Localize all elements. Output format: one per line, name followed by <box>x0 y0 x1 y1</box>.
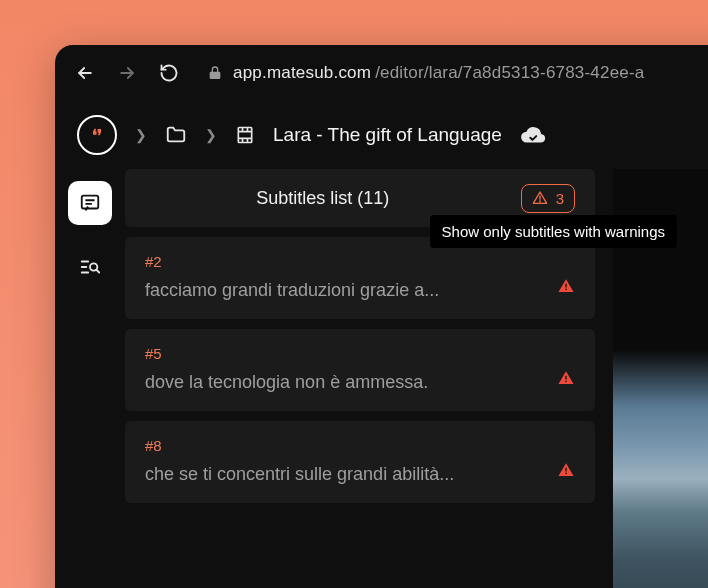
sidebar <box>55 169 125 588</box>
subtitle-item[interactable]: #2 facciamo grandi traduzioni grazie a..… <box>125 237 595 319</box>
subtitle-item[interactable]: #8 che se ti concentri sulle grandi abil… <box>125 421 595 503</box>
panel-header: Subtitles list (11) 3 Show only subtitle… <box>125 169 595 227</box>
sidebar-search-button[interactable] <box>68 245 112 289</box>
subtitle-number: #8 <box>145 437 575 454</box>
project-title: Lara - The gift of Language <box>273 124 502 146</box>
svg-rect-16 <box>565 289 567 291</box>
app-window: app.matesub.com/editor/lara/7a8d5313-678… <box>55 45 708 588</box>
warning-icon <box>557 277 575 299</box>
subtitle-number: #2 <box>145 253 575 270</box>
warning-icon <box>557 461 575 483</box>
film-icon <box>235 124 255 146</box>
browser-chrome: app.matesub.com/editor/lara/7a8d5313-678… <box>55 45 708 101</box>
url-host: app.matesub.com <box>233 63 371 83</box>
subtitle-text: che se ti concentri sulle grandi abilità… <box>145 464 575 485</box>
lock-icon <box>207 65 223 81</box>
sidebar-subtitles-button[interactable] <box>68 181 112 225</box>
reload-button[interactable] <box>151 55 187 91</box>
address-bar[interactable]: app.matesub.com/editor/lara/7a8d5313-678… <box>201 63 645 83</box>
warning-icon <box>532 190 548 206</box>
svg-line-14 <box>96 270 99 273</box>
subtitle-text: facciamo grandi traduzioni grazie a... <box>145 280 575 301</box>
warnings-filter-button[interactable]: 3 <box>521 184 575 213</box>
tooltip: Show only subtitles with warnings <box>430 215 677 248</box>
app-logo[interactable]: ❛❜ <box>77 115 117 155</box>
svg-rect-19 <box>565 468 567 472</box>
svg-rect-7 <box>82 196 99 209</box>
subtitle-item[interactable]: #5 dove la tecnologia non è ammessa. <box>125 329 595 411</box>
back-button[interactable] <box>67 55 103 91</box>
search-list-icon <box>79 256 101 278</box>
cloud-sync-icon <box>520 122 546 148</box>
subtitles-panel: Subtitles list (11) 3 Show only subtitle… <box>125 169 595 588</box>
url-path: /editor/lara/7a8d5313-6783-42ee-a <box>375 63 644 83</box>
forward-button[interactable] <box>109 55 145 91</box>
svg-rect-17 <box>565 376 567 380</box>
subtitle-text: dove la tecnologia non è ammessa. <box>145 372 575 393</box>
subtitle-number: #5 <box>145 345 575 362</box>
warnings-count: 3 <box>556 190 564 207</box>
folder-icon[interactable] <box>165 124 187 146</box>
warning-icon <box>557 369 575 391</box>
svg-rect-0 <box>238 128 251 143</box>
subtitle-list-icon <box>79 192 101 214</box>
svg-rect-18 <box>565 381 567 383</box>
chevron-right-icon: ❯ <box>135 127 147 143</box>
svg-rect-20 <box>565 473 567 475</box>
svg-rect-15 <box>565 284 567 288</box>
chevron-right-icon: ❯ <box>205 127 217 143</box>
breadcrumb: ❛❜ ❯ ❯ Lara - The gift of Language <box>55 101 708 169</box>
panel-title: Subtitles list (11) <box>125 188 521 209</box>
